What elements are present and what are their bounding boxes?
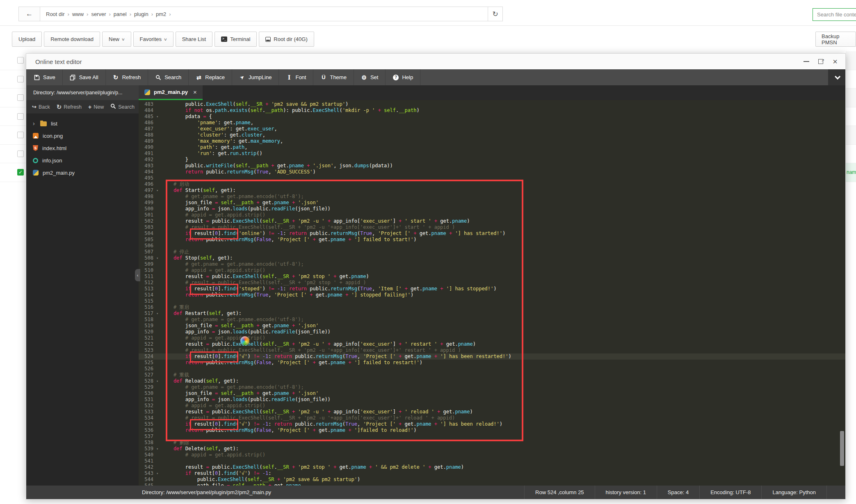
row-checkbox[interactable] — [17, 132, 24, 138]
code-text: # appid = get.appid.strip() — [159, 212, 265, 218]
refresh-icon: ↻ — [113, 74, 119, 80]
code-text: public.ExecShell(self.__SR + 'pm2 save &… — [159, 477, 360, 483]
fold-arrow-icon[interactable]: ▾ — [156, 470, 158, 477]
scrollbar-thumb[interactable] — [840, 431, 844, 466]
toolbar-button-upload[interactable]: Upload — [12, 32, 42, 47]
breadcrumb-item[interactable]: Root dir — [46, 11, 65, 17]
toolbar-button-root-dir-40g-[interactable]: Root dir (40G) — [259, 32, 314, 47]
toolbar-button-new[interactable]: New∨ — [102, 32, 131, 47]
line-number: 529 — [139, 384, 159, 390]
breadcrumb-separator: › — [130, 11, 131, 17]
html-icon: 5 — [33, 145, 38, 151]
code-line: 492 } — [139, 157, 845, 163]
menu-item-search[interactable]: Search — [148, 69, 189, 85]
menu-item-save-all[interactable]: Save All — [63, 69, 106, 85]
code-text: def Restart(self, get): — [159, 310, 242, 317]
search-file-content-input[interactable] — [813, 8, 856, 21]
menubar-collapse-button[interactable] — [828, 69, 845, 85]
maximize-icon[interactable]: ↗ — [817, 58, 824, 65]
sidebar-action-search[interactable]: Search — [110, 103, 135, 110]
tab-pm2-main-py[interactable]: pm2_main.py × — [139, 85, 203, 100]
menu-item-set[interactable]: ⚙Set — [354, 69, 386, 85]
tree-item-info-json[interactable]: info.json — [26, 154, 139, 166]
sidebar-action-refresh[interactable]: ↻Refresh — [57, 103, 82, 111]
row-checkbox[interactable] — [17, 57, 24, 64]
breadcrumb-item[interactable]: plugin — [134, 11, 148, 17]
chevron-right-icon[interactable]: › — [33, 120, 37, 127]
status-item: Language: Python — [761, 486, 826, 499]
tree-item-index-html[interactable]: 5index.html — [26, 142, 139, 154]
fold-arrow-icon[interactable]: ▾ — [156, 255, 158, 261]
code-line: 506 — [139, 243, 845, 249]
sidebar-action-new[interactable]: +New — [88, 104, 104, 110]
toolbar-button-remote-download[interactable]: Remote download — [44, 32, 100, 47]
code-text — [159, 366, 162, 372]
sidebar-collapse-handle[interactable]: ‹ — [135, 269, 140, 281]
line-number: 521 — [139, 335, 159, 341]
status-tail — [826, 486, 845, 499]
menu-item-save[interactable]: Save — [26, 69, 63, 85]
code-line: 486 'pname': get.pname, — [139, 120, 845, 126]
toolbar-button-favorites[interactable]: Favorites∨ — [133, 32, 173, 47]
row-checkbox[interactable] — [17, 76, 24, 82]
fold-arrow-icon[interactable]: ▾ — [156, 378, 158, 384]
line-number: 492 — [139, 157, 159, 163]
code-text: # appid = get.appid.strip() — [159, 452, 265, 458]
minimize-icon[interactable] — [803, 58, 810, 65]
tree-item-pm2-main-py[interactable]: pm2_main.py — [26, 166, 139, 179]
line-number: 524 — [139, 353, 159, 360]
breadcrumb-item[interactable]: pm2 — [156, 11, 166, 17]
editor-title: Online text editor — [35, 58, 82, 65]
close-icon[interactable]: × — [831, 58, 839, 65]
fold-arrow-icon[interactable]: ▾ — [156, 446, 158, 452]
code-line: 483 public.ExecShell(self.__SR + 'pm2 sa… — [139, 101, 845, 107]
menu-item-jumpline[interactable]: ➤JumpLine — [232, 69, 279, 85]
line-number: 488 — [139, 132, 159, 138]
code-text: # 启动 — [159, 181, 189, 187]
line-number: 511 — [139, 274, 159, 280]
menu-item-refresh[interactable]: ↻Refresh — [106, 69, 148, 85]
line-number: 544 — [139, 477, 159, 483]
file-list-right-edge: nam — [846, 51, 856, 182]
refresh-path-button[interactable]: ↻ — [488, 7, 503, 21]
toolbar-button-share-list[interactable]: Share List — [176, 32, 213, 47]
fold-arrow-icon[interactable]: ▾ — [156, 114, 158, 120]
code-line: 516 # 重启 — [139, 304, 845, 310]
fold-arrow-icon[interactable]: ▾ — [156, 187, 158, 194]
code-line: 525 return public.returnMsg(False, 'Proj… — [139, 360, 845, 366]
menu-item-label: Set — [370, 74, 379, 80]
row-checkbox[interactable] — [17, 151, 24, 157]
row-checkbox[interactable]: ✓ — [17, 169, 24, 176]
line-number: 507 — [139, 249, 159, 255]
breadcrumb-item[interactable]: panel — [114, 11, 127, 17]
menu-item-replace[interactable]: ⇄Replace — [189, 69, 232, 85]
code-text: # 停止 — [159, 249, 189, 255]
sidebar-action-label: Back — [39, 104, 50, 110]
tree-item-icon-png[interactable]: icon.png — [26, 130, 139, 142]
editor-menubar: SaveSave All↻RefreshSearch⇄Replace➤JumpL… — [26, 69, 845, 85]
menu-item-font[interactable]: IFont — [279, 69, 313, 85]
line-number: 508▾ — [139, 255, 159, 261]
chevron-down-icon: ∨ — [121, 37, 125, 41]
code-text: 'pname': get.pname, — [159, 120, 253, 126]
row-checkbox[interactable] — [17, 113, 24, 120]
back-button[interactable]: ← — [19, 7, 40, 21]
sidebar-action-label: New — [94, 104, 104, 110]
code-text: 'run': get.run.strip() — [159, 151, 263, 157]
breadcrumb-item[interactable]: server — [91, 11, 106, 17]
tree-item-list[interactable]: ›list — [26, 117, 139, 130]
menu-item-theme[interactable]: ÜTheme — [313, 69, 354, 85]
breadcrumb-item[interactable]: www — [72, 11, 84, 17]
menu-item-help[interactable]: ?Help — [386, 69, 420, 85]
code-text: # appid = get.appid.strip() — [159, 403, 265, 409]
line-number: 517▾ — [139, 310, 159, 317]
row-checkbox[interactable] — [17, 94, 24, 101]
code-line: 499 json_file = self.__path + get.pname … — [139, 200, 845, 206]
toolbar-button-terminal[interactable]: >_Terminal — [215, 32, 257, 47]
sidebar-action-back[interactable]: ↪Back — [32, 104, 50, 110]
fold-arrow-icon[interactable]: ▾ — [156, 310, 158, 317]
backup-pmsn-button[interactable]: Backup PMSN — [815, 32, 856, 47]
code-text: return public.returnMsg(False, 'Project … — [159, 360, 422, 366]
tab-close-icon[interactable]: × — [193, 89, 197, 96]
code-editor[interactable]: 483 public.ExecShell(self.__SR + 'pm2 sa… — [139, 100, 845, 486]
